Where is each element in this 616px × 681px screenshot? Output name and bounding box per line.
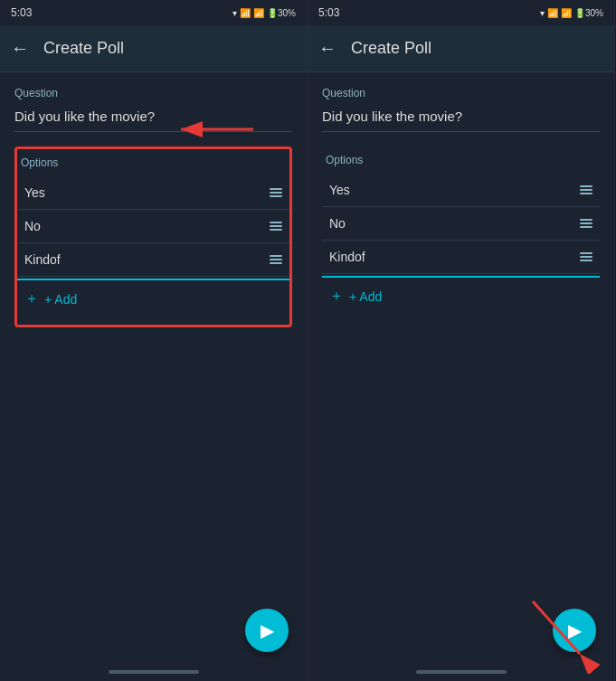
option-kindof-left[interactable]: Kindof: [17, 243, 289, 277]
status-icons-left: ▾ 📶 📶 🔋30%: [232, 8, 296, 18]
status-bar-right: 5:03 ▾ 📶 📶 🔋30%: [308, 0, 614, 25]
send-icon-left: ▶: [261, 620, 274, 641]
option-text-kindof-right: Kindof: [329, 250, 365, 264]
add-icon-right: ＋: [329, 287, 344, 306]
option-yes-right[interactable]: Yes: [322, 174, 600, 207]
top-bar-left: ← Create Poll: [0, 25, 307, 72]
drag-handle-no-right[interactable]: [580, 219, 592, 228]
fab-button-left[interactable]: ▶: [245, 609, 289, 652]
page-title-left: Create Poll: [43, 39, 124, 58]
question-label-right: Question: [322, 87, 600, 99]
drag-handle-yes-left[interactable]: [270, 188, 282, 197]
option-no-right[interactable]: No: [322, 207, 600, 241]
right-panel: 5:03 ▾ 📶 📶 🔋30% ← Create Poll Question D…: [308, 0, 615, 681]
status-icons-right: ▾ 📶 📶 🔋30%: [540, 8, 603, 18]
page-title-right: Create Poll: [351, 39, 431, 58]
option-yes-left[interactable]: Yes: [17, 176, 289, 210]
drag-handle-no-left[interactable]: [270, 222, 282, 231]
option-text-no-left: No: [24, 219, 41, 233]
option-no-left[interactable]: No: [17, 210, 289, 243]
status-bar-left: 5:03 ▾ 📶 📶 🔋30%: [0, 0, 307, 25]
left-panel: 5:03 ▾ 📶 📶 🔋30% ← Create Poll Question D…: [0, 0, 308, 681]
question-label-left: Question: [14, 87, 292, 99]
option-kindof-right[interactable]: Kindof: [322, 241, 600, 274]
options-box-right: Options Yes No Kindof ＋: [322, 147, 600, 322]
status-time-left: 5:03: [11, 6, 32, 19]
home-indicator-right: [308, 663, 614, 681]
add-option-label-left: + Add: [44, 292, 77, 307]
question-value-left[interactable]: Did you like the movie?: [14, 105, 292, 132]
send-icon-right: ▶: [568, 620, 582, 641]
add-icon-left: ＋: [24, 289, 39, 308]
option-text-yes-left: Yes: [24, 185, 45, 200]
option-text-yes-right: Yes: [329, 183, 350, 197]
options-label-left: Options: [17, 156, 289, 169]
back-button-right[interactable]: ←: [318, 38, 336, 59]
content-left: Question Did you like the movie? Options…: [0, 72, 307, 663]
home-bar-left: [109, 670, 199, 674]
back-button-left[interactable]: ←: [11, 38, 29, 59]
options-label-right: Options: [322, 154, 600, 166]
add-option-left[interactable]: ＋ + Add: [17, 279, 289, 317]
options-box-left: Options Yes No Kindof ＋: [14, 147, 292, 327]
home-bar-right: [416, 670, 507, 674]
fab-button-right[interactable]: ▶: [553, 609, 596, 652]
status-time-right: 5:03: [318, 6, 339, 19]
option-text-no-right: No: [329, 216, 346, 231]
add-option-right[interactable]: ＋ + Add: [322, 276, 600, 315]
top-bar-right: ← Create Poll: [308, 25, 614, 72]
option-text-kindof-left: Kindof: [24, 252, 61, 267]
content-right: Question Did you like the movie? Options…: [308, 72, 614, 663]
drag-handle-yes-right[interactable]: [580, 185, 592, 194]
add-option-label-right: + Add: [349, 289, 382, 304]
question-value-right[interactable]: Did you like the movie?: [322, 105, 600, 132]
drag-handle-kindof-left[interactable]: [270, 255, 282, 264]
home-indicator-left: [0, 663, 307, 681]
drag-handle-kindof-right[interactable]: [580, 252, 592, 261]
